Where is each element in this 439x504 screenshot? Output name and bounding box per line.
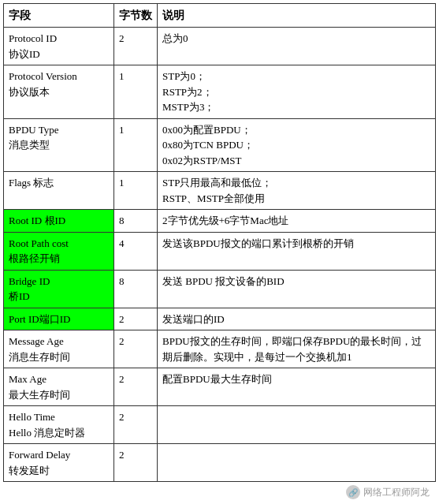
cell-bytes: 8 — [114, 210, 158, 233]
cell-field: Protocol ID协议ID — [4, 28, 114, 65]
table-row: Flags 标志1STP只用最高和最低位；RSTP、MSTP全部使用 — [4, 172, 436, 210]
table-row: Max Age最大生存时间2配置BPDU最大生存时间 — [4, 368, 436, 406]
cell-bytes: 2 — [114, 28, 158, 65]
header-bytes: 字节数 — [114, 4, 158, 28]
table-row: Root Path cost根路径开销4发送该BPDU报文的端口累计到根桥的开销 — [4, 232, 436, 270]
watermark: 🔗 网络工程师阿龙 — [3, 482, 436, 501]
table-row: Port ID端口ID2发送端口的ID — [4, 308, 436, 330]
table-row: BPDU Type消息类型10x00为配置BPDU；0x80为TCN BPDU；… — [4, 118, 436, 172]
header-desc: 说明 — [158, 4, 436, 28]
cell-desc: 发送 BPDU 报文设备的BID — [158, 270, 436, 308]
cell-field: Flags 标志 — [4, 172, 114, 210]
bpdu-table: 字段 字节数 说明 Protocol ID协议ID2总为0Protocol Ve… — [3, 3, 436, 482]
table-row: Bridge ID桥ID8发送 BPDU 报文设备的BID — [4, 270, 436, 308]
table-row: Protocol Version协议版本1STP为0；RSTP为2；MSTP为3… — [4, 65, 436, 119]
cell-field: Hello TimeHello 消息定时器 — [4, 406, 114, 444]
cell-bytes: 1 — [114, 65, 158, 119]
table-row: Protocol ID协议ID2总为0 — [4, 28, 436, 65]
cell-bytes: 2 — [114, 444, 158, 482]
table-row: Forward Delay转发延时2 — [4, 444, 436, 482]
cell-desc: STP只用最高和最低位；RSTP、MSTP全部使用 — [158, 172, 436, 210]
watermark-icon: 🔗 — [346, 485, 360, 499]
cell-bytes: 8 — [114, 270, 158, 308]
table-header-row: 字段 字节数 说明 — [4, 4, 436, 28]
header-field: 字段 — [4, 4, 114, 28]
cell-bytes: 2 — [114, 368, 158, 406]
cell-desc: 2字节优先级+6字节Mac地址 — [158, 210, 436, 233]
main-container: 字段 字节数 说明 Protocol ID协议ID2总为0Protocol Ve… — [0, 0, 439, 504]
cell-desc: 发送端口的ID — [158, 308, 436, 330]
cell-bytes: 2 — [114, 406, 158, 444]
cell-field: Message Age消息生存时间 — [4, 330, 114, 368]
cell-desc — [158, 444, 436, 482]
cell-field: Root Path cost根路径开销 — [4, 232, 114, 270]
table-row: Hello TimeHello 消息定时器2 — [4, 406, 436, 444]
cell-desc: 配置BPDU最大生存时间 — [158, 368, 436, 406]
cell-bytes: 4 — [114, 232, 158, 270]
cell-field: Max Age最大生存时间 — [4, 368, 114, 406]
cell-field: Port ID端口ID — [4, 308, 114, 330]
cell-bytes: 1 — [114, 172, 158, 210]
cell-bytes: 1 — [114, 118, 158, 172]
cell-desc: 0x00为配置BPDU；0x80为TCN BPDU；0x02为RSTP/MST — [158, 118, 436, 172]
cell-field: Protocol Version协议版本 — [4, 65, 114, 119]
cell-field: Forward Delay转发延时 — [4, 444, 114, 482]
cell-desc — [158, 406, 436, 444]
watermark-text: 网络工程师阿龙 — [363, 486, 430, 499]
cell-bytes: 2 — [114, 330, 158, 368]
table-row: Message Age消息生存时间2BPDU报文的生存时间，即端口保存BPDU的… — [4, 330, 436, 368]
cell-field: Root ID 根ID — [4, 210, 114, 233]
cell-desc: 发送该BPDU报文的端口累计到根桥的开销 — [158, 232, 436, 270]
cell-field: BPDU Type消息类型 — [4, 118, 114, 172]
cell-bytes: 2 — [114, 308, 158, 330]
cell-desc: 总为0 — [158, 28, 436, 65]
table-row: Root ID 根ID82字节优先级+6字节Mac地址 — [4, 210, 436, 233]
cell-field: Bridge ID桥ID — [4, 270, 114, 308]
cell-desc: STP为0；RSTP为2；MSTP为3； — [158, 65, 436, 119]
cell-desc: BPDU报文的生存时间，即端口保存BPDU的最长时间，过期后删除。实现中，是每过… — [158, 330, 436, 368]
